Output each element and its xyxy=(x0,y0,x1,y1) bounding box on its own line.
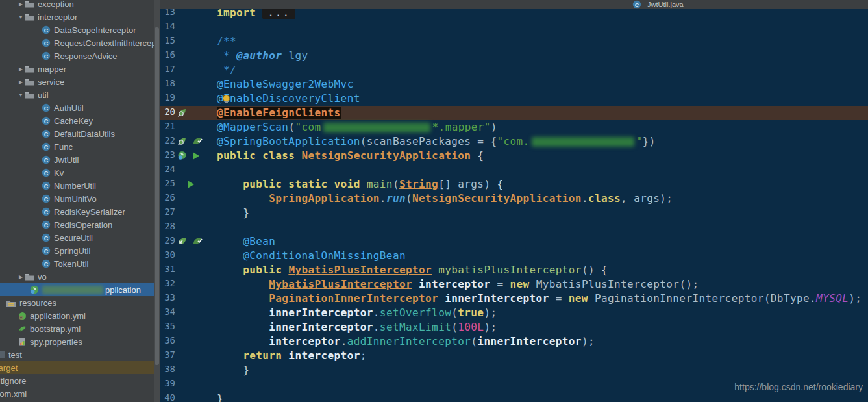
code-line-26[interactable]: 26 SpringApplication.run(NetsignSecurity… xyxy=(160,192,868,206)
token-def: ( xyxy=(406,192,412,205)
leaf-check-icon[interactable] xyxy=(192,136,203,149)
chevron-down-icon[interactable]: ▼ xyxy=(16,14,25,20)
tree-item-rediskeyserializer[interactable]: CRedisKeySerializer xyxy=(0,205,154,218)
code-line-36[interactable]: 36 interceptor.addInnerInterceptor(inner… xyxy=(160,334,868,349)
tree-item-authutil[interactable]: CAuthUtil xyxy=(0,101,154,114)
tree-item-secureutil[interactable]: CSecureUtil xyxy=(0,231,154,244)
code-line-24[interactable]: 24 xyxy=(160,163,868,177)
tree-item-requestcontextinitinterceptor[interactable]: CRequestContextInitInterceptor xyxy=(0,36,154,49)
tree-item-resources[interactable]: resources xyxy=(0,296,154,309)
tree-item-kv[interactable]: CKv xyxy=(0,166,154,179)
tree-scrollbar[interactable] xyxy=(155,27,159,365)
tree-item-spy-properties[interactable]: spy.properties xyxy=(0,335,154,348)
code-text: innerInterceptor.setMaxLimit(100L); xyxy=(217,320,497,334)
token-kw: class xyxy=(588,192,621,205)
line-number: 33 xyxy=(161,292,175,303)
chevron-down-icon[interactable]: ▼ xyxy=(16,92,25,98)
code-line-27[interactable]: 27 } xyxy=(160,206,868,220)
tree-item-func[interactable]: CFunc xyxy=(0,140,154,153)
code-line-31[interactable]: 31 public MybatisPlusInterceptor mybatis… xyxy=(160,263,868,277)
tree-item-test[interactable]: test xyxy=(0,348,154,361)
code-line-35[interactable]: 35 innerInterceptor.setMaxLimit(100L); xyxy=(160,320,868,334)
tree-item-target[interactable]: target xyxy=(0,361,154,374)
leaf-search-icon[interactable] xyxy=(177,108,188,120)
tree-item-bootstrap-yml[interactable]: bootstrap.yml xyxy=(0,322,154,335)
code-line-40[interactable]: 40} xyxy=(160,392,868,402)
svg-text:C: C xyxy=(44,53,49,60)
project-tree: ▶exception▼interceptorCDataScopeIntercep… xyxy=(0,0,154,400)
tree-item-application-yml[interactable]: application.yml xyxy=(0,309,154,322)
tree-item-cachekey[interactable]: CCacheKey xyxy=(0,114,154,127)
code-line-17[interactable]: 17 */ xyxy=(160,63,868,77)
tree-item-responseadvice[interactable]: CResponseAdvice xyxy=(0,49,154,62)
chevron-right-icon[interactable]: ▶ xyxy=(16,79,25,85)
code-line-38[interactable]: 38 } xyxy=(160,363,868,377)
tree-item-mapper[interactable]: ▶mapper xyxy=(0,62,154,75)
line-number: 15 xyxy=(161,35,175,45)
tree-item-pom-xml[interactable]: pom.xml xyxy=(0,387,154,400)
leaf-search-icon[interactable] xyxy=(177,136,188,149)
tree-item--gitignore[interactable]: .gitignore xyxy=(0,374,154,387)
chevron-right-icon[interactable]: ▶ xyxy=(16,274,25,280)
tree-item-numunitvo[interactable]: CNumUnitVo xyxy=(0,192,154,205)
chevron-right-icon[interactable]: ▶ xyxy=(16,1,25,7)
code-line-19[interactable]: 19@EnableDiscoveryClient xyxy=(160,92,868,106)
token-def: PaginationInnerInterceptor(DbType. xyxy=(588,292,816,305)
tree-item-exception[interactable]: ▶exception xyxy=(0,0,154,10)
tree-item-redisoperation[interactable]: CRedisOperation xyxy=(0,218,154,231)
class-icon: C xyxy=(632,0,641,9)
code-line-28[interactable]: 28 xyxy=(160,220,868,234)
tree-item-label: RedisKeySerializer xyxy=(54,207,125,217)
code-line-33[interactable]: 33 PaginationInnerInterceptor innerInter… xyxy=(160,292,868,306)
tree-item-tokenutil[interactable]: CTokenUtil xyxy=(0,257,154,270)
code-line-37[interactable]: 37 return interceptor; xyxy=(160,349,868,363)
yml2-icon xyxy=(18,325,27,333)
tree-item-util[interactable]: ▼util xyxy=(0,88,154,101)
run-icon[interactable] xyxy=(192,151,200,163)
code-text: } xyxy=(217,206,249,220)
code-line-14[interactable]: 14 xyxy=(160,20,868,34)
code-line-23[interactable]: 23public class NetsignSecurityApplicatio… xyxy=(160,149,868,163)
gutter-icons xyxy=(177,108,188,120)
line-number: 40 xyxy=(161,392,175,402)
tree-item-pplication[interactable]: pplication xyxy=(0,283,154,296)
code-line-21[interactable]: 21@MapperScan("com*.mapper") xyxy=(160,120,868,134)
intention-bulb-icon[interactable] xyxy=(223,95,230,102)
code-line-25[interactable]: 25 public static void main(String[] args… xyxy=(160,177,868,192)
leaf-check-icon[interactable] xyxy=(192,236,203,249)
code-line-16[interactable]: 16 * @author lgy xyxy=(160,49,868,63)
tree-item-jwtutil[interactable]: CJwtUtil xyxy=(0,153,154,166)
token-def: }) xyxy=(643,135,656,147)
tree-item-datascopeinterceptor[interactable]: CDataScopeInterceptor xyxy=(0,23,154,36)
editor-tab-bar: C JwtUtil.java xyxy=(160,0,868,9)
tree-item-numberutil[interactable]: CNumberUtil xyxy=(0,179,154,192)
token-var: innerInterceptor xyxy=(217,307,373,319)
code-line-29[interactable]: 29 @Bean xyxy=(160,234,868,249)
token-def: . xyxy=(582,192,588,205)
tree-item-springutil[interactable]: CSpringUtil xyxy=(0,244,154,257)
boot-run-icon[interactable] xyxy=(177,151,187,163)
token-cls: SpringApplication xyxy=(269,192,380,205)
code-line-34[interactable]: 34 innerInterceptor.setOverflow(true); xyxy=(160,306,868,320)
code-line-18[interactable]: 18@EnableSwagger2WebMvc xyxy=(160,77,868,92)
tab-jwtutil[interactable]: C JwtUtil.java xyxy=(632,0,684,9)
panel-splitter[interactable] xyxy=(154,0,160,402)
code-line-20[interactable]: 20@EnableFeignClients xyxy=(160,106,868,120)
tree-item-label: AuthUtil xyxy=(54,103,84,113)
code-text: return interceptor; xyxy=(217,349,367,363)
line-number: 17 xyxy=(161,64,175,74)
code-line-32[interactable]: 32 MybatisPlusInterceptor interceptor = … xyxy=(160,277,868,292)
chevron-right-icon[interactable]: ▶ xyxy=(16,66,25,72)
code-line-15[interactable]: 15/** xyxy=(160,34,868,49)
leaf-arrow-icon[interactable] xyxy=(177,236,188,249)
tree-item-interceptor[interactable]: ▼interceptor xyxy=(0,10,154,23)
tree-item-defaultdatautils[interactable]: CDefaultDataUtils xyxy=(0,127,154,140)
token-tag: @author xyxy=(236,49,282,62)
code-line-22[interactable]: 22@SpringBootApplication(scanBasePackage… xyxy=(160,134,868,149)
tree-item-service[interactable]: ▶service xyxy=(0,75,154,88)
run-icon[interactable] xyxy=(186,179,195,192)
line-number: 26 xyxy=(161,192,175,203)
tree-item-vo[interactable]: ▶vo xyxy=(0,270,154,283)
code-line-30[interactable]: 30 @ConditionalOnMissingBean xyxy=(160,249,868,263)
token-ann: @SpringBootApplication xyxy=(217,135,360,147)
